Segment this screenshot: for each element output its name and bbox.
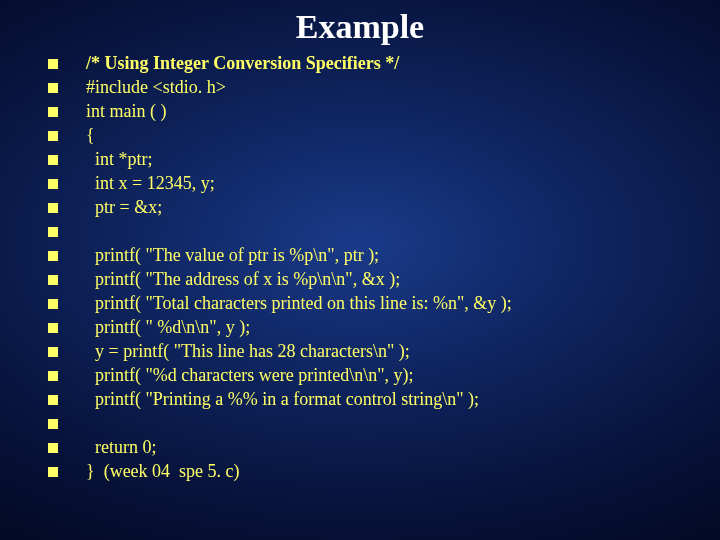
- bullet-icon: [48, 467, 58, 477]
- code-line: {: [48, 124, 700, 148]
- code-line: } (week 04 spe 5. c): [48, 460, 700, 484]
- code-text: printf( "%d characters were printed\n\n"…: [86, 364, 700, 387]
- code-line: int main ( ): [48, 100, 700, 124]
- bullet-icon: [48, 59, 58, 69]
- bullet-icon: [48, 179, 58, 189]
- code-text: {: [86, 124, 700, 147]
- bullet-icon: [48, 443, 58, 453]
- code-text: printf( "Total characters printed on thi…: [86, 292, 700, 315]
- code-text: printf( "The address of x is %p\n\n", &x…: [86, 268, 700, 291]
- code-line: printf( "%d characters were printed\n\n"…: [48, 364, 700, 388]
- bullet-icon: [48, 131, 58, 141]
- bullet-icon: [48, 323, 58, 333]
- code-line: printf( "The value of ptr is %p\n", ptr …: [48, 244, 700, 268]
- code-text: int *ptr;: [86, 148, 700, 171]
- code-text: int x = 12345, y;: [86, 172, 700, 195]
- code-line: /* Using Integer Conversion Specifiers *…: [48, 52, 700, 76]
- code-line: [48, 220, 700, 244]
- code-line: [48, 412, 700, 436]
- slide-title: Example: [0, 0, 720, 52]
- code-line: printf( " %d\n\n", y );: [48, 316, 700, 340]
- code-text: printf( "Printing a %% in a format contr…: [86, 388, 700, 411]
- bullet-icon: [48, 227, 58, 237]
- slide: Example /* Using Integer Conversion Spec…: [0, 0, 720, 540]
- code-line: ptr = &x;: [48, 196, 700, 220]
- bullet-icon: [48, 419, 58, 429]
- bullet-icon: [48, 155, 58, 165]
- bullet-icon: [48, 203, 58, 213]
- bullet-icon: [48, 275, 58, 285]
- bullet-icon: [48, 371, 58, 381]
- bullet-icon: [48, 107, 58, 117]
- code-line: printf( "Total characters printed on thi…: [48, 292, 700, 316]
- bullet-icon: [48, 395, 58, 405]
- code-text: int main ( ): [86, 100, 700, 123]
- code-line: return 0;: [48, 436, 700, 460]
- code-text: return 0;: [86, 436, 700, 459]
- bullet-icon: [48, 347, 58, 357]
- code-text: printf( "The value of ptr is %p\n", ptr …: [86, 244, 700, 267]
- code-text: } (week 04 spe 5. c): [86, 460, 700, 483]
- bullet-icon: [48, 299, 58, 309]
- code-line: #include <stdio. h>: [48, 76, 700, 100]
- code-text: /* Using Integer Conversion Specifiers *…: [86, 52, 700, 75]
- slide-content: /* Using Integer Conversion Specifiers *…: [0, 52, 720, 484]
- code-text: y = printf( "This line has 28 characters…: [86, 340, 700, 363]
- code-line: int x = 12345, y;: [48, 172, 700, 196]
- code-line: int *ptr;: [48, 148, 700, 172]
- bullet-icon: [48, 83, 58, 93]
- code-line: printf( "The address of x is %p\n\n", &x…: [48, 268, 700, 292]
- code-text: printf( " %d\n\n", y );: [86, 316, 700, 339]
- bullet-icon: [48, 251, 58, 261]
- code-text: #include <stdio. h>: [86, 76, 700, 99]
- code-line: printf( "Printing a %% in a format contr…: [48, 388, 700, 412]
- code-text: ptr = &x;: [86, 196, 700, 219]
- code-line: y = printf( "This line has 28 characters…: [48, 340, 700, 364]
